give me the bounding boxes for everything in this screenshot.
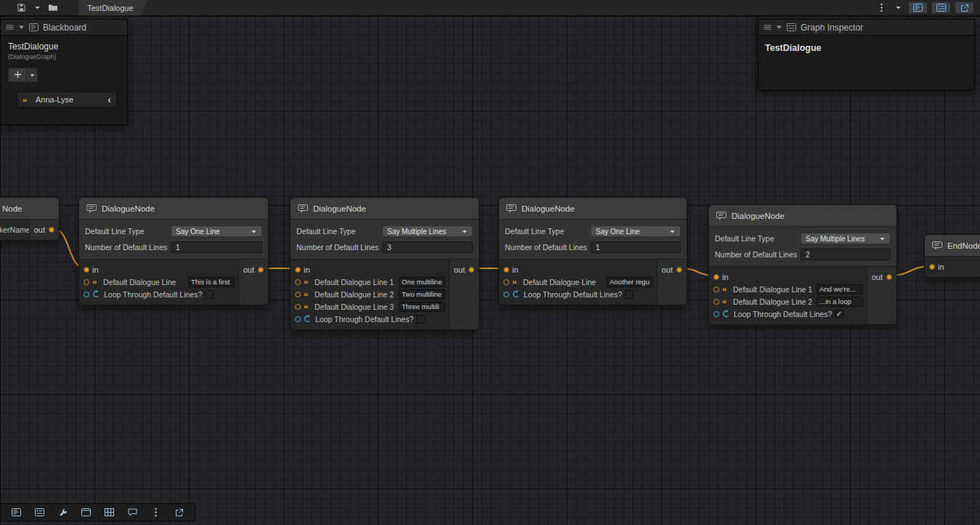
enum-dropdown[interactable]: Say Multiple Lines — [382, 225, 473, 237]
dialogue-line-row: “Default Dialogue Line 2Two multiline — [295, 288, 449, 300]
line-port[interactable] — [84, 279, 89, 285]
open-asset-button[interactable] — [46, 1, 60, 15]
line-label: Default Dialogue Line 1 — [733, 285, 812, 294]
foldout-icon[interactable] — [18, 24, 25, 31]
blackboard-panel[interactable]: Blackboard TestDialogue (DialogueGraph) … — [0, 19, 128, 125]
end-node[interactable]: EndNodein — [924, 234, 980, 278]
dialogue-quote-icon: “ — [304, 294, 312, 298]
add-property-options-button[interactable] — [27, 68, 38, 82]
property-row: Number of Default Lines1 — [85, 241, 262, 254]
foldout-icon[interactable] — [776, 24, 782, 31]
number-field[interactable]: 2 — [801, 249, 891, 260]
number-field[interactable]: 3 — [382, 241, 473, 253]
input-port-row: in — [503, 263, 657, 276]
blackboard-header[interactable]: Blackboard — [1, 20, 127, 36]
number-field[interactable]: 1 — [171, 241, 262, 253]
output-port-label: out — [454, 265, 465, 274]
input-port[interactable] — [929, 264, 935, 270]
node-properties: Default Line TypeSay Multiple LinesNumbe… — [709, 227, 896, 267]
graph-inspector-toggle-button[interactable] — [29, 506, 50, 519]
line-text-field[interactable]: Another regu — [607, 277, 653, 287]
output-ports: out — [657, 260, 687, 305]
enum-dropdown[interactable]: Say Multiple Lines — [801, 233, 891, 244]
line-port[interactable] — [295, 292, 301, 297]
number-field[interactable]: 1 — [591, 241, 681, 253]
blackboard-toggle-button[interactable] — [6, 506, 27, 519]
blackboard-icon — [29, 23, 39, 31]
line-text-field[interactable]: ...in a loop — [817, 297, 863, 307]
graph-inspector-panel[interactable]: Graph Inspector TestDialogue — [758, 19, 975, 90]
node-title-bar[interactable]: DialogueNode — [291, 198, 479, 220]
loop-checkbox[interactable] — [625, 290, 633, 299]
graph-inspector-toggle-button[interactable] — [931, 1, 951, 14]
loop-port[interactable] — [503, 292, 509, 297]
dialogue-node-2[interactable]: DialogueNodeDefault Line TypeSay Multipl… — [290, 197, 479, 330]
line-port[interactable] — [503, 279, 509, 285]
dialogue-preview-button[interactable] — [122, 506, 143, 519]
blackboard-toggle-button[interactable] — [908, 1, 928, 14]
input-port-row: in — [84, 263, 238, 276]
input-port[interactable] — [295, 267, 301, 273]
node-title-bar[interactable]: DialogueNode — [79, 198, 268, 220]
node-ports: in“Default Dialogue LineThis is a firstL… — [79, 260, 268, 305]
loop-checkbox[interactable]: ✓ — [835, 310, 843, 318]
input-port[interactable] — [84, 267, 89, 273]
node-title-bar[interactable]: EndNode — [925, 235, 980, 257]
dialogue-line-row: “Default Dialogue Line 1And we're... — [713, 283, 867, 295]
line-port[interactable] — [713, 286, 719, 292]
node-title-bar[interactable]: DialogueNode — [499, 198, 687, 220]
enum-dropdown[interactable]: Say One Line — [171, 225, 262, 237]
more-options-button[interactable] — [145, 506, 166, 519]
line-text-field[interactable]: Two multiline — [399, 289, 445, 300]
add-property-button[interactable] — [8, 68, 27, 82]
output-port[interactable] — [49, 227, 54, 233]
save-button[interactable] — [15, 1, 28, 15]
output-port[interactable] — [886, 274, 892, 280]
options-caret-button[interactable] — [891, 1, 904, 15]
output-port[interactable] — [258, 267, 264, 273]
loop-port[interactable] — [713, 311, 719, 317]
options-menu-button[interactable] — [875, 1, 888, 15]
loop-port[interactable] — [295, 316, 301, 322]
dialogue-node-1[interactable]: DialogueNodeDefault Line TypeSay One Lin… — [78, 197, 269, 305]
loop-checkbox[interactable] — [205, 290, 214, 299]
node-title-bar[interactable]: DialogueNode — [709, 205, 896, 227]
property-label: Number of Default Lines — [715, 250, 801, 259]
input-port[interactable] — [713, 274, 719, 280]
board-view-button[interactable] — [99, 506, 120, 519]
minimap-toggle-button[interactable] — [76, 506, 97, 519]
node-title-bar[interactable]: Node — [0, 198, 59, 220]
inspector-icon — [787, 23, 796, 31]
enum-dropdown[interactable]: Say One Line — [591, 225, 681, 237]
line-control: And we're... — [817, 284, 863, 294]
node-ports: in — [925, 257, 980, 277]
collapse-left-icon[interactable]: ‹ — [108, 96, 111, 103]
speaker-node-partial[interactable]: NodekerNameout — [0, 197, 60, 241]
line-text-field[interactable]: And we're... — [817, 284, 863, 294]
save-options-button[interactable] — [31, 1, 44, 15]
open-external-button[interactable] — [169, 506, 190, 519]
line-port[interactable] — [295, 279, 301, 285]
dialogue-node-4[interactable]: DialogueNodeDefault Line TypeSay Multipl… — [708, 204, 897, 325]
line-label: Default Dialogue Line — [523, 278, 596, 286]
preferences-button[interactable] — [52, 506, 73, 519]
line-text-field[interactable]: One multiline — [399, 277, 445, 287]
toolbar-left-group — [15, 1, 60, 15]
blackboard-field[interactable]: “ Anna-Lyse ‹ — [17, 92, 117, 108]
line-port[interactable] — [713, 299, 719, 305]
dialogue-node-3[interactable]: DialogueNodeDefault Line TypeSay One Lin… — [498, 197, 687, 305]
maximize-button[interactable] — [955, 1, 974, 14]
loop-port[interactable] — [84, 292, 89, 297]
input-port[interactable] — [503, 267, 509, 273]
line-control: Two multiline — [399, 289, 445, 300]
folder-icon — [48, 4, 58, 12]
output-port[interactable] — [676, 267, 682, 273]
line-text-field[interactable]: Three multili — [399, 302, 445, 312]
graph-inspector-header[interactable]: Graph Inspector — [758, 20, 974, 36]
graph-tab[interactable]: TestDialogue — [78, 0, 148, 16]
loop-checkbox[interactable] — [416, 315, 425, 324]
line-text-field[interactable]: This is a first — [188, 277, 235, 287]
line-port[interactable] — [295, 304, 301, 310]
output-port[interactable] — [469, 267, 474, 273]
output-ports: out — [867, 267, 896, 324]
